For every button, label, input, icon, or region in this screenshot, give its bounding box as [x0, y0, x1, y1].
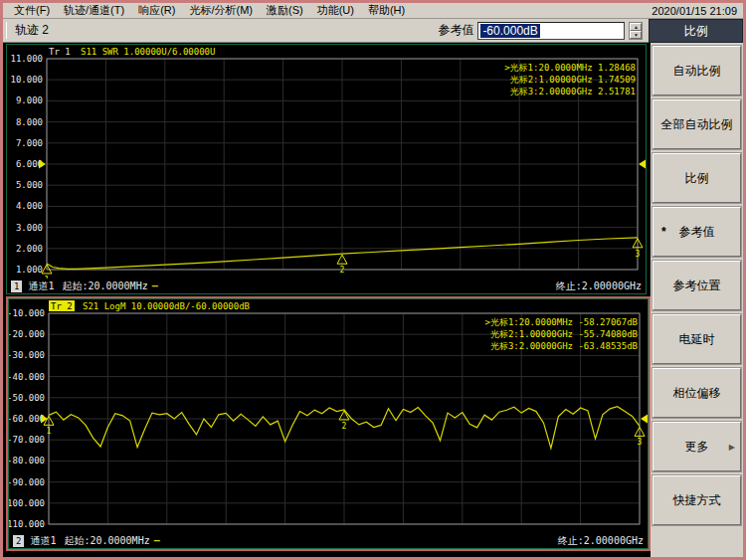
trace-name[interactable]: Tr 1 [49, 47, 71, 57]
menu-item-response[interactable]: 响应(R) [131, 3, 182, 18]
channel2-status-bar: 2 通道1 起始:20.0000MHz — 终止:2.00000GHz [9, 533, 648, 548]
y-axis-tick-label: 2.000 [16, 244, 43, 254]
btn-electrical-delay[interactable]: 电延时 [653, 314, 741, 364]
btn-auto-scale-all[interactable]: 全部自动比例 [653, 99, 741, 149]
softkey-sidebar: 自动比例 全部自动比例 比例 *参考值 参考位置 电延时 相位偏移 更多▶ 快捷… [651, 43, 743, 557]
main-area: 11.00010.0009.0008.0007.0006.0005.0004.0… [3, 43, 743, 557]
y-axis-tick-label: 4.000 [16, 201, 43, 211]
trace2-color-dash-icon: — [154, 535, 160, 546]
active-trace-label: 轨迹 2 [6, 22, 57, 39]
y-axis-tick-label: 10.000 [10, 75, 43, 85]
marker-readout-1: >光标1:20.0000MHz -58.27067dB [485, 317, 638, 327]
y-axis-tick-label: -70.000 [9, 435, 45, 445]
y-axis-tick-label: 5.000 [16, 180, 43, 190]
menu-bar: 文件(F) 轨迹/通道(T) 响应(R) 光标/分析(M) 激励(S) 功能(U… [3, 3, 743, 19]
y-axis-tick-label: 1.000 [16, 265, 43, 275]
reference-level-arrow-right[interactable] [641, 415, 648, 424]
y-axis-tick-label: 9.000 [16, 95, 43, 105]
trace1-color-dash-icon: — [152, 280, 158, 291]
toolbar-row: 轨迹 2 参考值 -60.000dB ▲ ▼ 比例 [3, 19, 743, 43]
y-axis-tick-label: 6.000 [16, 159, 43, 169]
marker-readout-3: 光标3:2.00000GHz 2.51781 [510, 87, 636, 96]
reference-value-label: 参考值 [438, 22, 473, 39]
reference-value-input[interactable]: -60.000dB [477, 22, 625, 40]
marker-2-number: 2 [342, 422, 347, 431]
reference-value-selected-text: -60.000dB [480, 24, 539, 38]
channel2-label: 通道1 [30, 534, 56, 548]
y-axis-tick-label: 11.000 [10, 54, 43, 64]
asterisk-marker: * [661, 225, 666, 239]
menu-item-marker-analysis[interactable]: 光标/分析(M) [182, 3, 260, 18]
spinner-up-icon[interactable]: ▲ [630, 23, 642, 31]
marker-readout-1: >光标1:20.0000MHz 1.28468 [504, 63, 636, 73]
menu-item-trace-channel[interactable]: 轨迹/通道(T) [57, 3, 131, 18]
channel2-start-frequency: 起始:20.0000MHz [64, 534, 149, 548]
y-axis-tick-label: -90.000 [9, 477, 45, 487]
y-axis-tick-label: -30.000 [9, 350, 45, 360]
y-axis-tick-label: -60.000 [9, 414, 45, 424]
channel2-badge: 2 [13, 535, 24, 547]
marker-3-number: 3 [636, 250, 641, 259]
btn-auto-scale[interactable]: 自动比例 [653, 46, 741, 95]
channel1-window: 11.00010.0009.0008.0007.0006.0005.0004.0… [6, 44, 647, 294]
softkey-menu-title: 比例 [649, 19, 743, 43]
spinner-down-icon[interactable]: ▼ [630, 31, 642, 39]
btn-scale[interactable]: 比例 [653, 153, 741, 203]
y-axis-tick-label: -80.000 [9, 456, 45, 466]
reference-value-group: 参考值 -60.000dB ▲ ▼ [438, 22, 649, 40]
y-axis-tick-label: -10.000 [9, 308, 45, 318]
submenu-arrow-icon: ▶ [729, 443, 735, 452]
charts-column: 11.00010.0009.0008.0007.0006.0005.0004.0… [3, 43, 651, 557]
btn-reference-position[interactable]: 参考位置 [653, 261, 741, 310]
menu-item-help[interactable]: 帮助(H) [361, 3, 412, 18]
channel1-start-frequency: 起始:20.0000MHz [62, 280, 147, 293]
s21-logm-chart[interactable]: -10.000-20.000-30.000-40.000-50.000-60.0… [9, 299, 648, 533]
btn-more[interactable]: 更多▶ [653, 422, 741, 471]
menu-item-file[interactable]: 文件(F) [7, 3, 57, 18]
trace-format-title: S11 SWR 1.00000U/6.00000U [81, 47, 215, 57]
y-axis-tick-label: -110.000 [9, 519, 45, 529]
y-axis-tick-label: -50.000 [9, 393, 45, 403]
channel1-status-bar: 1 通道1 起始:20.0000MHz — 终止:2.00000GHz [7, 279, 646, 293]
btn-shortcut[interactable]: 快捷方式 [653, 475, 741, 525]
marker-1-number: 1 [47, 427, 52, 436]
y-axis-tick-label: -40.000 [9, 372, 45, 382]
y-axis-tick-label: 7.000 [16, 138, 43, 148]
y-axis-tick-label: 3.000 [16, 223, 43, 233]
marker-2-number: 2 [340, 266, 345, 275]
y-axis-tick-label: 8.000 [16, 117, 43, 127]
marker-readout-2: 光标2:1.00000GHz 1.74509 [510, 75, 636, 85]
channel1-badge: 1 [11, 280, 22, 292]
marker-3-number: 3 [638, 438, 643, 447]
menu-item-utility[interactable]: 功能(U) [310, 3, 361, 18]
softkey-buttons: 自动比例 全部自动比例 比例 *参考值 参考位置 电延时 相位偏移 更多▶ 快捷… [651, 43, 743, 557]
marker-readout-3: 光标3:2.00000GHz -63.48535dB [490, 341, 638, 351]
reference-level-arrow-right[interactable] [639, 160, 646, 169]
marker-readout-2: 光标2:1.00000GHz -55.74080dB [490, 329, 638, 339]
channel2-stop-frequency: 终止:2.00000GHz [558, 534, 644, 548]
btn-phase-offset[interactable]: 相位偏移 [653, 368, 741, 418]
channel2-window-active: -10.000-20.000-30.000-40.000-50.000-60.0… [6, 296, 651, 551]
y-axis-tick-label: -20.000 [9, 329, 45, 339]
s11-swr-chart[interactable]: 11.00010.0009.0008.0007.0006.0005.0004.0… [7, 45, 646, 279]
channel1-stop-frequency: 终止:2.00000GHz [556, 280, 642, 293]
reference-value-spinner: ▲ ▼ [629, 22, 643, 40]
trace-name[interactable]: Tr 2 [51, 301, 73, 311]
datetime-display: 2020/01/15 21:09 [652, 5, 739, 17]
entry-toolbar: 轨迹 2 参考值 -60.000dB ▲ ▼ [3, 19, 649, 43]
channel1-label: 通道1 [28, 280, 54, 293]
y-axis-tick-label: -100.000 [9, 498, 45, 508]
btn-reference-value[interactable]: *参考值 [653, 207, 741, 257]
menu-item-stimulus[interactable]: 激励(S) [260, 3, 310, 18]
trace-format-title: S21 LogM 10.00000dB/-60.00000dB [83, 301, 250, 311]
vna-application-window: 文件(F) 轨迹/通道(T) 响应(R) 光标/分析(M) 激励(S) 功能(U… [0, 0, 746, 560]
